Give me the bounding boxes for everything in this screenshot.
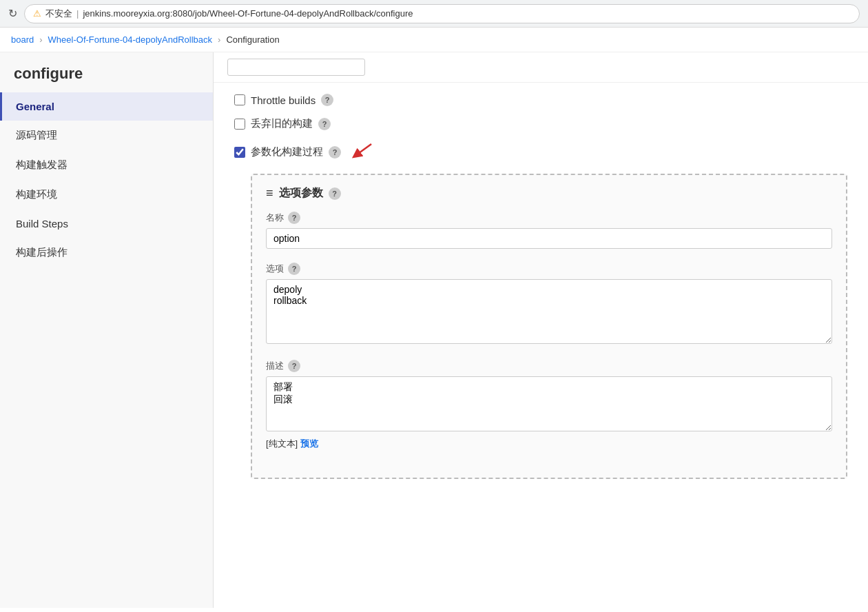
options-help[interactable]: ? <box>288 263 300 275</box>
discard-old-label[interactable]: 丢弃旧的构建 <box>251 117 313 130</box>
throttle-builds-checkbox[interactable] <box>234 94 245 105</box>
sidebar-item-postbuild-label: 构建后操作 <box>16 246 68 258</box>
description-textarea[interactable] <box>266 376 832 431</box>
preview-link[interactable]: 预览 <box>300 438 318 449</box>
description-field-block: 描述 ? [纯文本] 预览 <box>266 360 832 450</box>
description-label: 描述 <box>266 360 284 372</box>
param-section-header: ≡ 选项参数 ? <box>266 186 832 201</box>
top-search-bar <box>214 52 868 83</box>
sidebar-item-buildsteps-label: Build Steps <box>16 218 68 229</box>
insecure-label: 不安全 <box>45 8 72 20</box>
options-label: 选项 <box>266 263 284 275</box>
red-arrow-annotation <box>351 141 378 163</box>
breadcrumb: board › Wheel-Of-Fortune-04-depolyAndRol… <box>0 28 868 52</box>
parameterized-checkbox[interactable] <box>234 147 245 158</box>
options-textarea[interactable] <box>266 279 832 344</box>
sidebar-item-trigger[interactable]: 构建触发器 <box>0 150 213 180</box>
throttle-builds-help[interactable]: ? <box>321 94 333 106</box>
preview-text: [纯文本] <box>266 438 298 449</box>
throttle-builds-row: Throttle builds ? <box>234 94 847 106</box>
sidebar-item-source[interactable]: 源码管理 <box>0 121 213 150</box>
throttle-builds-label[interactable]: Throttle builds <box>251 94 316 106</box>
parameterized-row: 参数化构建过程 ? <box>234 141 847 163</box>
sidebar-item-env-label: 构建环境 <box>16 188 57 200</box>
config-form: Throttle builds ? 丢弃旧的构建 ? 参数化构建过程 ? <box>214 83 868 490</box>
sidebar-item-buildsteps[interactable]: Build Steps <box>0 210 213 238</box>
options-field-label-row: 选项 ? <box>266 263 832 275</box>
description-field-label-row: 描述 ? <box>266 360 832 372</box>
sidebar-item-trigger-label: 构建触发器 <box>16 159 68 170</box>
name-label: 名称 <box>266 212 284 224</box>
main-layout: configure General 源码管理 构建触发器 构建环境 Build … <box>0 52 868 608</box>
refresh-icon[interactable]: ↻ <box>8 7 17 20</box>
sidebar-title: configure <box>0 52 213 92</box>
sidebar: configure General 源码管理 构建触发器 构建环境 Build … <box>0 52 214 608</box>
discard-old-row: 丢弃旧的构建 ? <box>234 117 847 130</box>
warning-icon: ⚠ <box>33 8 41 19</box>
param-section-title: 选项参数 <box>279 186 323 201</box>
browser-bar: ↻ ⚠ 不安全 | jenkins.mooreyxia.org:8080/job… <box>0 0 868 28</box>
breadcrumb-sep-2: › <box>218 34 220 45</box>
param-header-icon: ≡ <box>266 186 273 201</box>
breadcrumb-sep-1: › <box>39 34 42 45</box>
url-text: jenkins.mooreyxia.org:8080/job/Wheel-Of-… <box>83 8 413 19</box>
content-area: Throttle builds ? 丢弃旧的构建 ? 参数化构建过程 ? <box>214 52 868 608</box>
param-section: ≡ 选项参数 ? 名称 ? 选项 ? <box>251 174 847 479</box>
breadcrumb-current: Configuration <box>226 34 279 45</box>
name-help[interactable]: ? <box>288 212 300 224</box>
sidebar-item-env[interactable]: 构建环境 <box>0 180 213 210</box>
sidebar-item-postbuild[interactable]: 构建后操作 <box>0 238 213 267</box>
sidebar-item-general-label: General <box>16 101 54 112</box>
breadcrumb-board[interactable]: board <box>11 34 34 45</box>
name-field-label-row: 名称 ? <box>266 212 832 224</box>
name-field-block: 名称 ? <box>266 212 832 249</box>
separator: | <box>76 8 79 19</box>
options-field-block: 选项 ? <box>266 263 832 346</box>
svg-line-1 <box>356 144 371 155</box>
filter-input[interactable] <box>227 59 365 76</box>
discard-old-checkbox[interactable] <box>234 119 245 130</box>
sidebar-item-source-label: 源码管理 <box>16 129 57 141</box>
preview-bar: [纯文本] 预览 <box>266 438 832 450</box>
param-section-help[interactable]: ? <box>329 187 341 200</box>
parameterized-help[interactable]: ? <box>329 146 341 159</box>
description-help[interactable]: ? <box>288 360 300 372</box>
name-input[interactable] <box>266 228 832 249</box>
discard-old-help[interactable]: ? <box>318 118 331 130</box>
sidebar-item-general[interactable]: General <box>0 92 213 121</box>
breadcrumb-job[interactable]: Wheel-Of-Fortune-04-depolyAndRollback <box>48 34 212 45</box>
address-bar[interactable]: ⚠ 不安全 | jenkins.mooreyxia.org:8080/job/W… <box>24 4 860 23</box>
parameterized-label[interactable]: 参数化构建过程 <box>251 145 323 159</box>
